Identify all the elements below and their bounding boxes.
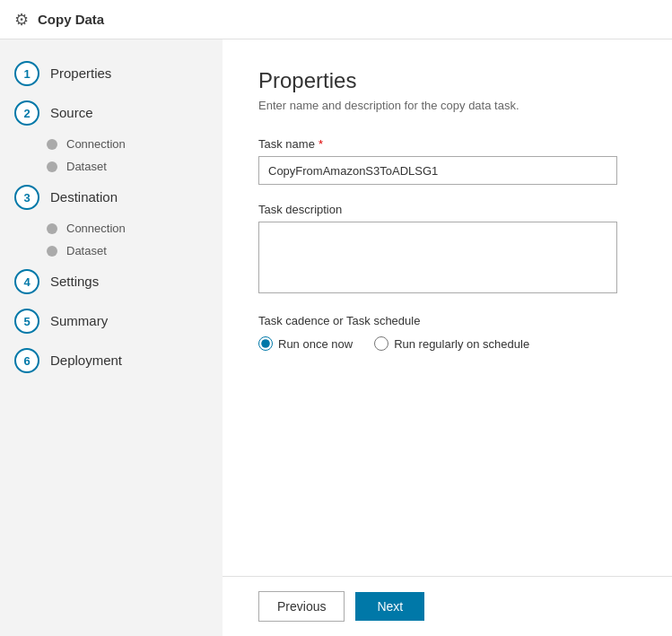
task-name-input[interactable] (258, 156, 617, 185)
radio-run-once-input[interactable] (258, 336, 273, 351)
page-subtitle: Enter name and description for the copy … (258, 99, 636, 112)
radio-run-regularly-label: Run regularly on schedule (394, 337, 529, 351)
step-label-2: Source (50, 100, 93, 126)
destination-connection-item[interactable]: Connection (39, 217, 223, 240)
sidebar-item-settings[interactable]: 4 Settings (0, 262, 223, 301)
step-label-5: Summary (50, 309, 108, 334)
destination-dataset-label: Dataset (66, 244, 107, 257)
radio-run-regularly-input[interactable] (374, 336, 388, 351)
step-circle-5: 5 (14, 309, 39, 334)
step-circle-4: 4 (14, 269, 39, 294)
step-circle-1: 1 (14, 61, 39, 86)
task-name-label: Task name * (258, 137, 636, 151)
step-label-6: Deployment (50, 348, 122, 373)
copy-data-icon: ⚙ (14, 10, 29, 30)
next-button[interactable]: Next (355, 592, 424, 621)
radio-group-schedule: Run once now Run regularly on schedule (258, 336, 636, 351)
radio-run-regularly[interactable]: Run regularly on schedule (374, 336, 529, 351)
previous-button[interactable]: Previous (258, 591, 345, 622)
destination-subitems: Connection Dataset (0, 217, 223, 262)
step-label-3: Destination (50, 185, 118, 210)
task-description-input[interactable] (258, 222, 617, 293)
required-star: * (319, 137, 323, 151)
sidebar-item-deployment[interactable]: 6 Deployment (0, 341, 223, 380)
sidebar-item-summary[interactable]: 5 Summary (0, 301, 223, 341)
source-dataset-label: Dataset (66, 160, 107, 173)
app-title: Copy Data (38, 12, 104, 27)
page-title: Properties (258, 68, 636, 93)
step-label-1: Properties (50, 61, 111, 86)
content-inner: Properties Enter name and description fo… (223, 39, 672, 576)
step-label-4: Settings (50, 269, 99, 294)
sidebar: 1 Properties 2 Source Connection Dataset… (0, 39, 223, 636)
step-circle-3: 3 (14, 185, 39, 210)
main-layout: 1 Properties 2 Source Connection Dataset… (0, 39, 672, 636)
source-connection-label: Connection (66, 137, 126, 151)
step-circle-2: 2 (14, 100, 39, 126)
radio-run-once-label: Run once now (278, 337, 353, 351)
destination-connection-label: Connection (66, 222, 126, 235)
destination-connection-dot (47, 223, 57, 234)
sidebar-item-properties[interactable]: 1 Properties (0, 54, 223, 93)
radio-run-once[interactable]: Run once now (258, 336, 353, 351)
source-connection-dot (47, 139, 57, 150)
source-dataset-dot (47, 161, 57, 172)
source-dataset-item[interactable]: Dataset (39, 155, 223, 178)
sidebar-item-destination[interactable]: 3 Destination (0, 178, 223, 217)
step-circle-6: 6 (14, 348, 39, 373)
top-bar: ⚙ Copy Data (0, 0, 672, 39)
destination-dataset-dot (47, 246, 57, 257)
source-subitems: Connection Dataset (0, 133, 223, 178)
destination-dataset-item[interactable]: Dataset (39, 240, 223, 262)
content-panel: Properties Enter name and description fo… (223, 39, 672, 636)
source-connection-item[interactable]: Connection (39, 133, 223, 155)
sidebar-item-source[interactable]: 2 Source (0, 93, 223, 133)
footer: Previous Next (223, 576, 672, 636)
schedule-label: Task cadence or Task schedule (258, 314, 636, 327)
task-description-label: Task description (258, 203, 636, 216)
